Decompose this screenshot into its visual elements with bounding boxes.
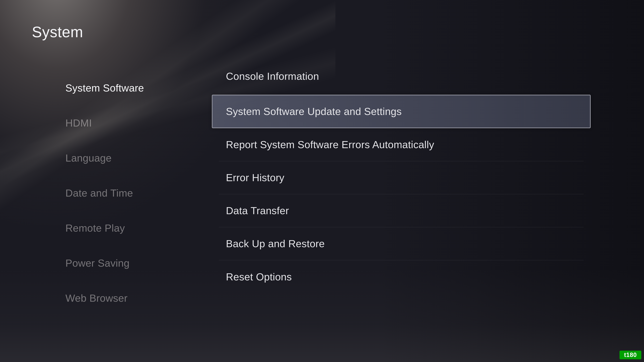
sidebar-item-web-browser[interactable]: Web Browser xyxy=(66,281,186,316)
content-item-data-transfer[interactable]: Data Transfer xyxy=(219,194,584,227)
content-item-label: Report System Software Errors Automatica… xyxy=(226,139,434,150)
content-item-system-software-update[interactable]: System Software Update and Settings xyxy=(212,95,591,128)
sidebar-item-label: Power Saving xyxy=(66,257,130,269)
page-title: System xyxy=(32,23,83,41)
content-item-label: Data Transfer xyxy=(226,205,289,217)
content-item-label: Reset Options xyxy=(226,271,292,283)
sidebar-item-power-saving[interactable]: Power Saving xyxy=(66,246,186,281)
content-item-label: System Software Update and Settings xyxy=(226,106,402,117)
sidebar: System Software HDMI Language Date and T… xyxy=(66,70,186,316)
sidebar-item-label: HDMI xyxy=(66,117,92,129)
content-item-reset-options[interactable]: Reset Options xyxy=(219,260,584,293)
content-item-report-errors[interactable]: Report System Software Errors Automatica… xyxy=(219,128,584,161)
sidebar-item-label: Remote Play xyxy=(66,222,125,234)
content-panel: Console Information System Software Upda… xyxy=(219,70,584,293)
content-item-label: Console Information xyxy=(226,70,319,82)
watermark-text: t180 xyxy=(624,352,637,359)
sidebar-item-remote-play[interactable]: Remote Play xyxy=(66,211,186,246)
sidebar-item-date-and-time[interactable]: Date and Time xyxy=(66,175,186,211)
sidebar-item-label: System Software xyxy=(66,82,144,94)
sidebar-item-label: Web Browser xyxy=(66,292,128,304)
sidebar-item-label: Date and Time xyxy=(66,187,133,199)
sidebar-item-hdmi[interactable]: HDMI xyxy=(66,105,186,140)
content-item-console-information[interactable]: Console Information xyxy=(219,70,584,95)
content-item-label: Back Up and Restore xyxy=(226,238,325,250)
content-item-error-history[interactable]: Error History xyxy=(219,161,584,194)
content-item-label: Error History xyxy=(226,172,284,184)
sidebar-item-system-software[interactable]: System Software xyxy=(66,70,186,105)
sidebar-item-language[interactable]: Language xyxy=(66,140,186,175)
watermark-badge: t180 xyxy=(620,351,641,359)
sidebar-item-label: Language xyxy=(66,152,112,164)
content-item-back-up-restore[interactable]: Back Up and Restore xyxy=(219,227,584,260)
